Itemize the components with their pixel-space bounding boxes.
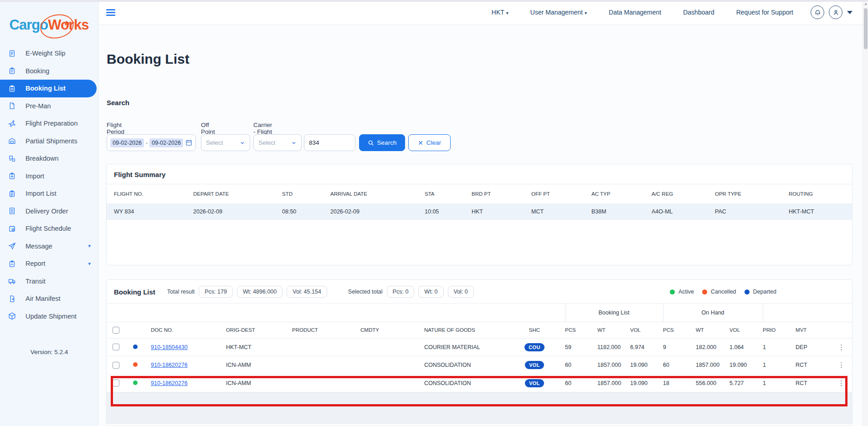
select-all-checkbox[interactable] xyxy=(113,327,119,334)
sidebar-item-label: Transit xyxy=(26,278,46,285)
carrier-select[interactable]: Select xyxy=(253,134,302,151)
legend-departed-label: Departed xyxy=(753,289,776,295)
sidebar-item-label: Partial Shipments xyxy=(26,137,77,145)
oh-vol-value: 1.064 xyxy=(729,338,763,356)
table-row[interactable]: 910-18620276 ICN-AMM CONSOLIDATION VOL 6… xyxy=(107,356,853,375)
bl-pcs-value: 60 xyxy=(565,356,597,375)
table-row-highlighted[interactable]: 910-18620276 ICN-AMM CONSOLIDATION VOL 6… xyxy=(107,374,853,392)
user-icon xyxy=(832,9,839,16)
sidebar-item-delivery-order[interactable]: Delivery Order xyxy=(0,203,98,220)
nav-request-support[interactable]: Request for Support xyxy=(736,9,793,16)
clear-button[interactable]: ✕Clear xyxy=(408,134,451,151)
col-oh-vol: VOL xyxy=(729,322,763,338)
station-selector[interactable]: HKT▾ xyxy=(492,9,508,16)
row-actions-menu-icon[interactable]: ⋮ xyxy=(834,361,845,369)
page-title: Booking List xyxy=(107,51,190,67)
sidebar-item-label: Import List xyxy=(26,190,56,197)
sidebar-item-e-weight-slip[interactable]: E-Weight Slip xyxy=(0,45,98,62)
sidebar-item-update-shipment[interactable]: Update Shipment xyxy=(0,308,98,325)
col-off-pt: OFF PT xyxy=(531,184,591,203)
sidebar-item-label: E-Weight Slip xyxy=(26,50,66,57)
oh-pcs-value: 9 xyxy=(663,338,696,356)
col-bl-wt: WT xyxy=(597,322,630,338)
shc-badge: VOL xyxy=(525,361,544,369)
row-checkbox[interactable] xyxy=(113,380,119,386)
flight-period-input[interactable]: 09-02-2026 - 09-02-2026 xyxy=(107,134,196,151)
close-icon: ✕ xyxy=(418,139,423,147)
main-content: Booking List Search Flight Period Off Po… xyxy=(98,25,863,426)
row-actions-menu-icon[interactable]: ⋮ xyxy=(834,379,845,387)
col-cmdty: CMDTY xyxy=(360,322,424,338)
sidebar-item-import[interactable]: Import xyxy=(0,167,98,185)
sidebar-item-partial-shipments[interactable]: Partial Shipments xyxy=(0,132,98,150)
off-pt-value: MCT xyxy=(531,203,591,220)
profile-menu-caret[interactable] xyxy=(847,11,853,14)
orig-dest-value: ICN-AMM xyxy=(226,374,292,392)
nature-of-goods-value: CONSOLIDATION xyxy=(424,374,504,392)
table-row[interactable]: 910-18504430 HKT-MCT COURIER MATERIAL CO… xyxy=(107,338,853,356)
scrollbar-thumb[interactable] xyxy=(864,8,868,49)
logo-text-primary: Cargo xyxy=(10,17,48,33)
sidebar-item-breakdown[interactable]: Breakdown xyxy=(0,150,98,167)
sidebar-item-import-list[interactable]: Import List xyxy=(0,185,98,203)
sidebar-item-label: Delivery Order xyxy=(26,208,68,215)
sidebar-item-booking[interactable]: Booking xyxy=(0,62,98,80)
nav-dashboard[interactable]: Dashboard xyxy=(683,9,714,16)
sidebar-item-label: Pre-Man xyxy=(26,102,51,110)
sidebar-item-transit[interactable]: Transit xyxy=(0,273,98,290)
bl-wt-value: 1182.000 xyxy=(597,338,630,356)
calendar-icon[interactable] xyxy=(185,139,193,147)
doc-no-link[interactable]: 910-18504430 xyxy=(151,344,188,350)
notifications-button[interactable] xyxy=(811,5,824,19)
col-oh-wt: WT xyxy=(696,322,729,338)
top-navigation: HKT▾ User Management▾ Data Management Da… xyxy=(492,9,793,16)
document-icon xyxy=(8,102,16,110)
product-value xyxy=(292,338,360,356)
sidebar-item-air-manifest[interactable]: Air Manifest xyxy=(0,290,98,308)
menu-toggle-icon[interactable] xyxy=(106,9,115,16)
oh-vol-value: 19.090 xyxy=(729,356,763,375)
col-oh-pcs: PCS xyxy=(663,322,696,338)
carrier-placeholder: Select xyxy=(258,139,276,146)
routing-value: HKT-MCT xyxy=(789,203,852,220)
bl-pcs-value: 59 xyxy=(565,338,597,356)
chevron-down-icon: ▾ xyxy=(506,10,508,15)
scroll-up-arrow[interactable]: ▲ xyxy=(864,2,868,6)
topbar: HKT▾ User Management▾ Data Management Da… xyxy=(98,0,863,25)
col-brd-pt: BRD PT xyxy=(472,184,531,203)
date-from-value[interactable]: 09-02-2026 xyxy=(110,138,144,147)
profile-button[interactable] xyxy=(829,5,842,19)
sidebar-item-pre-man[interactable]: Pre-Man xyxy=(0,97,98,115)
nav-user-management[interactable]: User Management▾ xyxy=(530,9,587,16)
selected-total-label: Selected total xyxy=(348,289,383,295)
sidebar-item-report[interactable]: Report ▾ xyxy=(0,255,98,273)
nav-data-management[interactable]: Data Management xyxy=(609,9,661,16)
flight-summary-row[interactable]: WY 834 2026-02-09 08:50 2026-02-09 10:05… xyxy=(107,203,852,220)
row-actions-menu-icon[interactable]: ⋮ xyxy=(834,343,845,351)
sidebar-item-flight-preparation[interactable]: Flight Preparation xyxy=(0,115,98,132)
doc-no-link[interactable]: 910-18620276 xyxy=(151,362,188,368)
sidebar-item-flight-schedule[interactable]: Flight Schedule xyxy=(0,220,98,238)
col-orig-dest: ORIG-DEST xyxy=(226,322,292,338)
sidebar-item-label: Update Shipment xyxy=(26,313,77,320)
sidebar-item-label: Flight Preparation xyxy=(26,120,77,127)
date-to-value[interactable]: 09-02-2026 xyxy=(149,138,183,147)
sidebar-item-message[interactable]: Message ▾ xyxy=(0,238,98,255)
bl-wt-value: 1857.000 xyxy=(597,374,630,392)
total-vol-badge: Vol: 45.154 xyxy=(287,286,327,298)
search-button[interactable]: Search xyxy=(359,134,405,151)
send-icon xyxy=(8,242,16,250)
active-dot xyxy=(670,289,675,294)
orig-dest-value: HKT-MCT xyxy=(226,338,292,356)
vertical-scrollbar[interactable]: ▲ xyxy=(863,0,868,426)
flight-no-input[interactable] xyxy=(304,134,355,151)
orig-dest-value: ICN-AMM xyxy=(226,356,292,375)
sidebar-item-booking-list[interactable]: Booking List xyxy=(0,80,97,97)
page-arrow-icon xyxy=(8,294,16,303)
row-checkbox[interactable] xyxy=(113,362,119,369)
row-checkbox[interactable] xyxy=(113,344,119,350)
off-point-select[interactable]: Select xyxy=(201,134,250,151)
doc-no-link[interactable]: 910-18620276 xyxy=(151,380,188,386)
chevron-down-icon xyxy=(240,140,245,146)
group-header-booking-list: Booking List xyxy=(565,304,663,322)
